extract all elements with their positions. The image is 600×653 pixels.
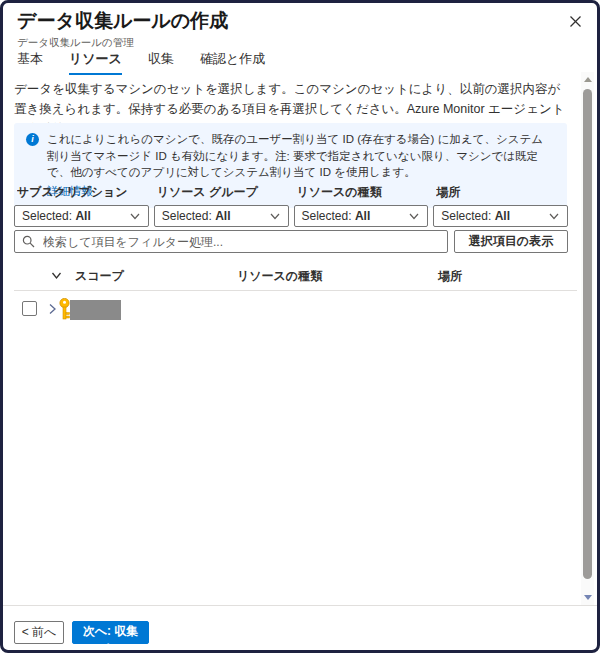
search-icon: [22, 235, 35, 248]
dropdown-value-prefix: Selected:: [162, 209, 215, 223]
chevron-down-icon: [408, 210, 420, 222]
tab-collect[interactable]: 収集: [148, 50, 174, 75]
resource-group-dropdown[interactable]: Selected: All: [154, 205, 289, 227]
chevron-down-icon: [548, 210, 560, 222]
subscription-label: サブスクリプション: [17, 184, 149, 201]
footer-divider: [3, 605, 597, 606]
expand-chevron-icon[interactable]: [46, 302, 58, 320]
filter-location: 場所 Selected: All: [433, 184, 568, 227]
close-icon: [569, 15, 582, 28]
filter-resource-type: リソースの種類 Selected: All: [294, 184, 429, 227]
page-title: データ収集ルールの作成: [17, 8, 228, 34]
filter-resource-group: リソース グループ Selected: All: [154, 184, 289, 227]
next-collect-button[interactable]: 次へ: 収集 >: [72, 621, 149, 644]
dropdown-value: Selected: All: [302, 209, 371, 223]
scrollbar-thumb[interactable]: [583, 89, 592, 579]
dropdown-value: Selected: All: [441, 209, 510, 223]
dropdown-value-selected: All: [355, 209, 370, 223]
table-header: スコープ リソースの種類 場所: [14, 266, 574, 286]
dropdown-value-selected: All: [215, 209, 230, 223]
dropdown-value-prefix: Selected:: [302, 209, 355, 223]
dropdown-value-selected: All: [75, 209, 90, 223]
close-button[interactable]: [566, 12, 584, 30]
tab-resources[interactable]: リソース: [69, 50, 122, 75]
wizard-tabs: 基本 リソース 収集 確認と作成: [17, 50, 265, 75]
location-label: 場所: [436, 184, 568, 201]
location-dropdown[interactable]: Selected: All: [433, 205, 568, 227]
filter-bar: サブスクリプション Selected: All リソース グループ Select…: [14, 184, 568, 227]
dropdown-value: Selected: All: [162, 209, 231, 223]
tab-basics[interactable]: 基本: [17, 50, 43, 75]
resource-type-label: リソースの種類: [297, 184, 429, 201]
table-row[interactable]: [14, 296, 574, 326]
dropdown-value-prefix: Selected:: [441, 209, 494, 223]
create-data-collection-rule-dialog: データ収集ルールの作成 データ収集ルールの管理 基本 リソース 収集 確認と作成…: [0, 0, 600, 653]
search-input[interactable]: [41, 234, 440, 250]
search-row: 選択項目の表示: [14, 230, 568, 253]
filter-subscription: サブスクリプション Selected: All: [14, 184, 149, 227]
scroll-up-icon[interactable]: [584, 77, 592, 82]
table-header-divider: [14, 290, 577, 291]
vertical-scrollbar[interactable]: [581, 72, 594, 605]
previous-button[interactable]: < 前へ: [14, 621, 64, 644]
row-checkbox[interactable]: [22, 301, 37, 316]
scroll-down-icon[interactable]: [584, 595, 592, 600]
resource-group-label: リソース グループ: [157, 184, 289, 201]
chevron-down-icon: [269, 210, 281, 222]
subscription-dropdown[interactable]: Selected: All: [14, 205, 149, 227]
chevron-down-icon: [129, 210, 141, 222]
show-selected-button[interactable]: 選択項目の表示: [454, 230, 568, 253]
select-all-chevron-icon[interactable]: [50, 269, 63, 285]
dropdown-value: Selected: All: [22, 209, 91, 223]
column-header-resource-type: リソースの種類: [237, 268, 322, 285]
column-header-scope: スコープ: [75, 268, 124, 285]
dropdown-value-selected: All: [495, 209, 510, 223]
resource-type-dropdown[interactable]: Selected: All: [294, 205, 429, 227]
tab-review-create[interactable]: 確認と作成: [200, 50, 265, 75]
breadcrumb: データ収集ルールの管理: [17, 36, 134, 50]
info-icon: i: [26, 133, 39, 146]
dropdown-value-prefix: Selected:: [22, 209, 75, 223]
column-header-location: 場所: [438, 268, 462, 285]
redacted-resource-name: [70, 300, 121, 320]
search-box: [14, 230, 448, 253]
info-banner-text: これによりこれらのマシンで、既存のユーザー割り当て ID (存在する場合) に加…: [47, 133, 543, 178]
